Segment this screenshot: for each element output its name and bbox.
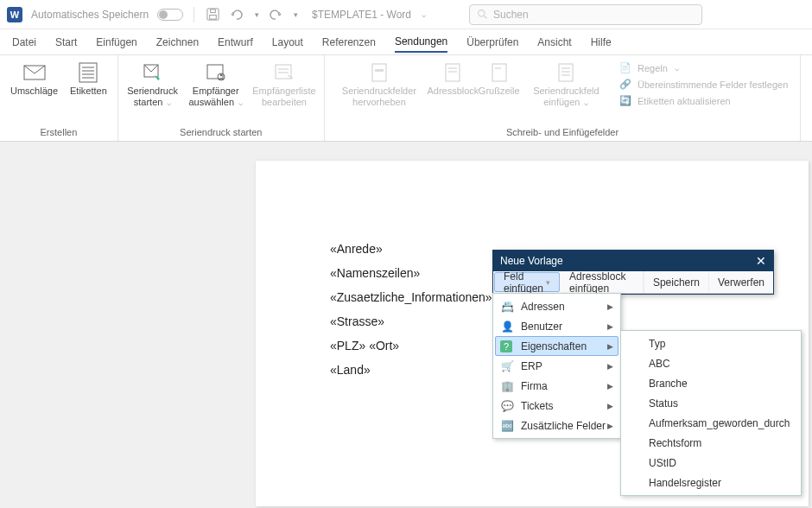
tickets-icon: 💬: [500, 399, 514, 413]
panel-toolbar: Feld einfügen▾ Adressblock einfügen Spei…: [493, 271, 773, 294]
svg-rect-23: [492, 64, 506, 81]
feld-einfuegen-menu: 📇 Adressen ▶ 👤 Benutzer ▶ ? Eigenschafte…: [492, 293, 621, 439]
submenu-item-typ[interactable]: Typ: [623, 333, 799, 353]
tab-layout[interactable]: Layout: [272, 33, 303, 52]
svg-rect-25: [559, 64, 573, 81]
adressblock-button: Adressblock: [430, 59, 476, 99]
menu-item-benutzer[interactable]: 👤 Benutzer ▶: [495, 316, 619, 336]
adressblock-einfuegen-button[interactable]: Adressblock einfügen: [561, 271, 644, 293]
menu-item-erp[interactable]: 🛒 ERP ▶: [495, 356, 619, 376]
document-title: $TEMPLATE1 - Word: [312, 9, 411, 21]
properties-icon: ?: [500, 340, 512, 352]
svg-rect-0: [207, 9, 219, 20]
chevron-right-icon: ▶: [607, 422, 613, 430]
autosave-label: Automatisches Speichern: [31, 9, 149, 21]
menu-item-adressen[interactable]: 📇 Adressen ▶: [495, 296, 619, 316]
search-input[interactable]: Suchen: [469, 4, 702, 25]
verwerfen-button[interactable]: Verwerfen: [709, 271, 773, 293]
seriendruckfeld-einfuegen-button: Seriendruckfeld einfügen ⌵: [523, 59, 610, 111]
svg-rect-12: [207, 65, 223, 79]
submenu-item-branche[interactable]: Branche: [623, 373, 799, 393]
group-schreibfelder: Seriendruckfelder hervorheben Adressbloc…: [325, 55, 802, 141]
qat-dropdown-icon[interactable]: ▾: [294, 10, 298, 19]
svg-rect-19: [375, 69, 384, 72]
tab-datei[interactable]: Datei: [12, 33, 36, 52]
empfaengerliste-bearbeiten-button: Empfängerliste bearbeiten: [250, 59, 319, 111]
svg-rect-2: [210, 10, 215, 13]
tab-einfuegen[interactable]: Einfügen: [96, 33, 136, 52]
update-labels-button: 🔄Etiketten aktualisieren: [615, 93, 791, 108]
labels-icon: [75, 61, 101, 84]
tab-hilfe[interactable]: Hilfe: [591, 33, 612, 52]
svg-rect-18: [372, 64, 386, 81]
match-fields-button: 🔗Übereinstimmende Felder festlegen: [615, 77, 791, 92]
submenu-item-aufmerksam[interactable]: Aufmerksam_geworden_durch: [623, 413, 799, 433]
field-icon: 🔤: [500, 419, 514, 433]
svg-point-3: [479, 10, 485, 16]
building-icon: 🏢: [500, 379, 514, 393]
svg-rect-1: [209, 15, 216, 19]
chevron-right-icon: ▶: [607, 382, 613, 391]
undo-icon[interactable]: [229, 7, 244, 22]
submenu-item-abc[interactable]: ABC: [623, 353, 799, 373]
tab-sendungen[interactable]: Sendungen: [395, 32, 447, 53]
feld-einfuegen-button[interactable]: Feld einfügen▾: [494, 272, 560, 292]
tab-entwurf[interactable]: Entwurf: [218, 33, 253, 52]
tab-zeichnen[interactable]: Zeichnen: [156, 33, 199, 52]
empfaenger-auswaehlen-button[interactable]: Empfänger auswählen ⌵: [183, 59, 248, 111]
match-icon: 🔗: [619, 79, 632, 90]
tab-ueberpruefen[interactable]: Überprüfen: [466, 33, 518, 52]
chevron-right-icon: ▶: [607, 322, 613, 331]
umschlaege-button[interactable]: Umschläge: [5, 59, 63, 99]
greeting-icon: [486, 61, 512, 84]
etiketten-button[interactable]: Etiketten: [65, 59, 112, 99]
tab-ansicht[interactable]: Ansicht: [537, 33, 571, 52]
autosave-toggle[interactable]: [157, 9, 183, 21]
tab-start[interactable]: Start: [55, 33, 77, 52]
cart-icon: 🛒: [500, 359, 514, 373]
submenu-item-rechtsform[interactable]: Rechtsform: [623, 433, 799, 453]
submenu-item-handelsregister[interactable]: Handelsregister: [623, 473, 799, 492]
word-logo-icon: [7, 7, 22, 22]
save-icon[interactable]: [205, 7, 220, 22]
seriendruck-starten-button[interactable]: Seriendruck starten ⌵: [124, 59, 181, 111]
svg-rect-6: [79, 63, 97, 82]
group-label-schreib: Schreib- und Einfügefelder: [330, 125, 796, 139]
envelope-icon: [22, 61, 48, 84]
felder-hervorheben-button: Seriendruckfelder hervorheben: [330, 59, 428, 111]
group-label-erstellen: Erstellen: [5, 125, 112, 139]
neue-vorlage-panel: Neue Vorlage ✕ Feld einfügen▾ Adressbloc…: [492, 250, 774, 295]
speichern-button[interactable]: Speichern: [644, 271, 709, 293]
doc-title-dropdown-icon[interactable]: ⌵: [422, 10, 426, 19]
group-vorschau: « »ABC Vorschau Ergebnisse: [801, 55, 812, 141]
group-erstellen: Umschläge Etiketten Erstellen: [0, 55, 118, 141]
menu-item-firma[interactable]: 🏢 Firma ▶: [495, 376, 619, 396]
chevron-right-icon: ▶: [607, 302, 613, 311]
recipients-icon: [203, 61, 229, 84]
panel-header: Neue Vorlage ✕: [493, 251, 773, 271]
vorschau-button: « »ABC Vorschau Ergebnisse: [806, 59, 812, 111]
group-seriendruck: Seriendruck starten ⌵ Empfänger auswähle…: [118, 55, 325, 141]
highlight-icon: [366, 61, 392, 84]
chevron-right-icon: ▶: [607, 402, 613, 410]
submenu-item-ustid[interactable]: UStID: [623, 453, 799, 473]
chevron-right-icon: ▶: [607, 362, 613, 371]
submenu-item-status[interactable]: Status: [623, 393, 799, 413]
rules-icon: 📄: [619, 62, 632, 73]
menu-item-tickets[interactable]: 💬 Tickets ▶: [495, 396, 619, 416]
group-label-seriendruck: Seriendruck starten: [124, 125, 319, 139]
menu-item-zusaetzliche-felder[interactable]: 🔤 Zusätzliche Felder ▶: [495, 416, 619, 435]
redo-icon[interactable]: [268, 7, 283, 22]
user-icon: 👤: [500, 320, 514, 333]
svg-rect-20: [446, 64, 460, 81]
undo-dropdown-icon[interactable]: ▾: [255, 10, 259, 19]
tab-referenzen[interactable]: Referenzen: [322, 33, 376, 52]
chevron-right-icon: ▶: [607, 342, 613, 351]
eigenschaften-submenu: Typ ABC Branche Status Aufmerksam_geword…: [620, 330, 802, 496]
menu-item-eigenschaften[interactable]: ? Eigenschaften ▶: [495, 336, 619, 356]
close-icon[interactable]: ✕: [756, 254, 766, 268]
ribbon-tabs: Datei Start Einfügen Zeichnen Entwurf La…: [0, 29, 812, 55]
update-icon: 🔄: [619, 95, 632, 106]
search-icon: [477, 9, 488, 20]
regeln-button: 📄Regeln ⌵: [615, 60, 791, 75]
